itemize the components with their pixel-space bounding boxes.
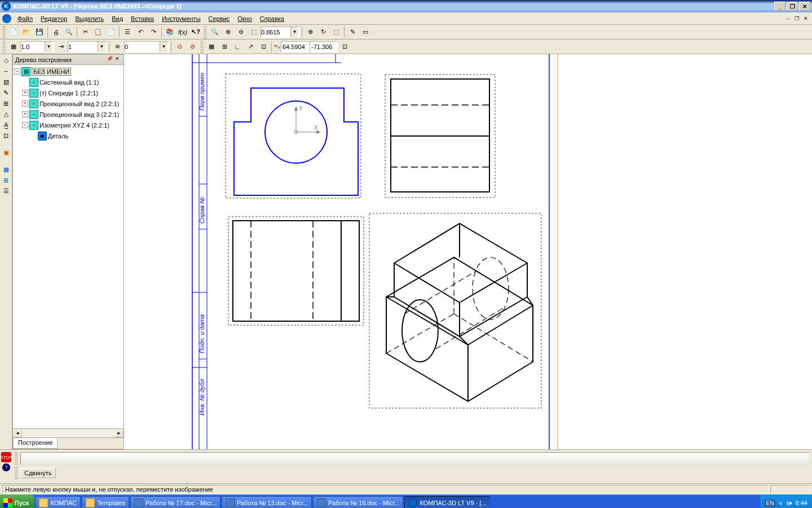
assoc-icon[interactable]: ⊡ [1,130,11,141]
redo-icon[interactable]: ↷ [147,26,160,38]
paste-icon[interactable]: 📄 [105,26,117,38]
tree-item[interactable]: + ▫ Проекционный вид 3 (2.2:1) [14,109,122,120]
tree-item[interactable]: − ▫ Изометрия XYZ 4 (2.2:1) [14,120,122,130]
grid-icon[interactable]: ▦ [205,41,218,53]
zoom-window-icon[interactable]: ⬚ [248,26,260,38]
step-combo[interactable]: ▼ [68,41,107,52]
grip[interactable] [15,452,18,465]
save-icon[interactable]: 💾 [33,26,46,38]
grip[interactable] [204,26,207,38]
layer-combo[interactable]: ▼ [124,41,169,52]
linewidth-combo[interactable]: ▼ [20,41,54,52]
zoom-input[interactable] [261,28,290,37]
system-tray[interactable]: EN « 🕪 8:44 [760,494,812,508]
menu-service[interactable]: Сервис [205,14,234,23]
tree-item-detail[interactable]: ◆ Деталь [14,130,122,141]
tray-icon[interactable]: 🕪 [786,500,792,506]
minimize-button[interactable]: _ [774,2,785,11]
coord-y-input[interactable] [310,41,338,52]
properties-icon[interactable]: ☰ [121,26,134,38]
tree-item[interactable]: + ▫ (т) Спереди 1 (2.2:1) [14,87,122,98]
spec-icon[interactable]: ▦ [1,164,11,174]
dims-icon[interactable]: ↔ [1,66,11,76]
global-snap-icon[interactable]: ⊡ [257,41,270,53]
param-icon[interactable]: ⊞ [1,98,11,108]
geometry-icon[interactable]: ◇ [1,55,11,65]
pan-icon[interactable]: ⊕ [304,26,316,38]
edit-icon[interactable]: ✎ [1,87,11,98]
tree-close-icon[interactable]: ✕ [113,56,121,64]
chevron-down-icon[interactable]: ▼ [98,42,105,52]
menu-select[interactable]: Выделить [71,14,108,23]
pin-icon[interactable]: 📌 [105,56,113,64]
grip[interactable] [200,41,204,53]
clock[interactable]: 8:44 [796,500,807,506]
grip[interactable] [2,41,6,53]
table-icon[interactable]: ⊞ [1,175,11,185]
state-icon[interactable]: ▦ [7,41,20,53]
print-icon[interactable]: 🖨 [50,26,62,38]
menu-help[interactable]: Справка [256,14,288,23]
ortho-icon[interactable]: ⊞ [218,41,231,53]
property-input[interactable] [20,452,810,465]
new-icon[interactable]: 📄 [7,26,20,38]
coord-lock-icon[interactable]: ⊡ [338,41,351,53]
tray-chevron-icon[interactable]: « [779,500,782,506]
menu-editor[interactable]: Редактор [37,14,71,23]
round-icon[interactable]: ↗ [244,41,257,53]
chevron-down-icon[interactable]: ▼ [160,42,167,52]
tab-build[interactable]: Построение [13,438,58,449]
menu-tools[interactable]: Инструменты [158,14,205,23]
snap-on-icon[interactable]: ⊙ [173,41,186,53]
orient-icon[interactable]: ⬚ [330,26,342,38]
maximize-button[interactable]: ❐ [787,2,798,11]
doc-minimize[interactable]: – [784,15,792,23]
move-button[interactable]: Сдвинуть [20,468,56,478]
measure-icon[interactable]: △ [1,109,11,119]
start-button[interactable]: Пуск [0,494,34,508]
zoom-out-icon[interactable]: ⊖ [235,26,247,38]
help-cursor-icon[interactable]: ↖? [189,26,202,38]
coord-x-input[interactable] [281,41,309,52]
taskbar-item[interactable]: Работа № 16.doc - Micr... [313,496,403,508]
tree-scrollbar[interactable]: ◄► [13,428,123,437]
tree-root[interactable]: − ▤ БЕЗ ИМЕНИ [14,66,122,77]
chevron-down-icon[interactable]: ▼ [290,27,298,37]
redraw-icon[interactable]: ✎ [346,26,359,38]
menu-file[interactable]: Файл [14,14,37,23]
zoom-in-icon[interactable]: ⊕ [222,26,234,38]
refresh-icon[interactable]: ▭ [359,26,372,38]
snap-off-icon[interactable]: ⊘ [186,41,198,53]
taskbar-item[interactable]: Templates [82,496,129,508]
stop-icon[interactable]: STOP [1,452,11,462]
help-icon[interactable]: ? [2,463,10,471]
taskbar-item[interactable]: КОМПАС [35,496,81,508]
local-cs-icon[interactable]: ∟ [231,41,244,53]
layer-input[interactable] [125,42,160,51]
menu-insert[interactable]: Вставка [127,14,158,23]
labels-icon[interactable]: ▧ [1,77,11,87]
step-icon[interactable]: ⇥ [55,41,67,53]
zoom-fit-icon[interactable]: 🔍 [209,26,221,38]
variables-icon[interactable]: f(x) [176,26,189,38]
drawing-canvas[interactable]: Перв примен Справ № Подп. и дата Инв. № … [124,54,812,449]
taskbar-item[interactable]: Работа № 13.doc - Micr... [222,496,312,508]
layer-icon[interactable]: ≋ [111,41,123,53]
report-icon[interactable]: ☰ [1,186,11,196]
step-input[interactable] [68,42,98,51]
tree-item[interactable]: + ▫ Проекционный вид 2 (2.2:1) [14,98,122,109]
select-icon[interactable]: A̲ [1,120,11,130]
library-icon[interactable]: 📚 [164,26,176,38]
close-button[interactable]: ✕ [799,2,810,11]
language-indicator[interactable]: EN [765,500,776,507]
linewidth-input[interactable] [21,42,45,51]
copy-icon[interactable]: 📋 [92,26,104,38]
doc-restore[interactable]: ❐ [793,15,801,23]
views-icon[interactable]: ▣ [1,147,11,157]
rotate-icon[interactable]: ↻ [317,26,329,38]
open-icon[interactable]: 📂 [20,26,33,38]
preview-icon[interactable]: 🔍 [63,26,75,38]
zoom-combo[interactable]: ▼ [261,27,300,38]
grip[interactable] [15,467,18,479]
undo-icon[interactable]: ↶ [134,26,147,38]
